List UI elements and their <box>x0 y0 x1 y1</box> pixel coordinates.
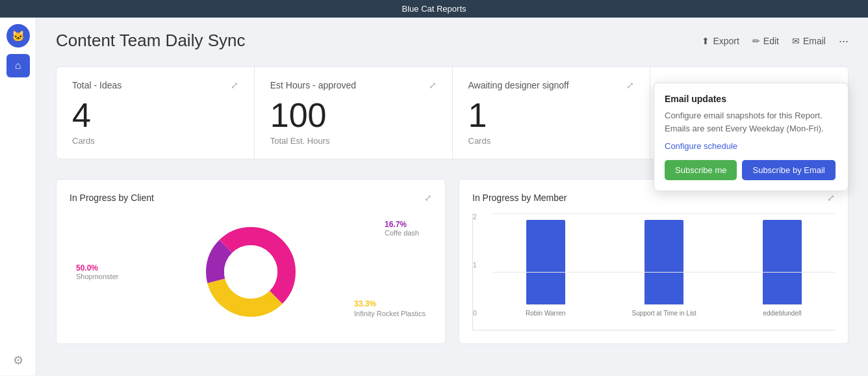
bar-support-rect <box>645 220 683 304</box>
expand-icon-2[interactable]: ⤢ <box>626 80 634 90</box>
bar-chart: 2 1 0 Robin Warren Support at Time in <box>472 213 835 330</box>
email-label: Email <box>803 36 826 46</box>
edit-label: Edit <box>763 36 779 46</box>
bar-support: Support at Time in List <box>632 220 696 317</box>
pct-infinity: 33.3% <box>354 299 426 308</box>
svg-point-3 <box>224 245 277 299</box>
edit-button[interactable]: ✏ Edit <box>752 36 779 46</box>
export-label: Export <box>713 36 739 46</box>
stat-sub-0: Cards <box>72 136 238 146</box>
settings-button[interactable]: ⚙ <box>13 353 23 368</box>
bar-label-robin: Robin Warren <box>526 310 565 317</box>
grid-line-1 <box>492 272 835 273</box>
report-header: Content Team Daily Sync ⬆ Export ✏ Edit … <box>56 31 849 51</box>
subscribe-me-button[interactable]: Subscribe me <box>665 160 737 180</box>
report-actions: ⬆ Export ✏ Edit ✉ Email ··· <box>702 35 849 47</box>
name-shopmonster: Shopmonster <box>76 273 118 280</box>
y-label-0: 0 <box>473 310 477 317</box>
name-coffedash: Coffe dash <box>385 229 419 237</box>
more-button[interactable]: ··· <box>839 35 849 47</box>
email-icon: ✉ <box>792 36 800 46</box>
chart-title-client: In Progress by Client <box>70 193 154 203</box>
bar-robin: Robin Warren <box>526 220 565 317</box>
pct-shopmonster: 50.0% <box>76 263 118 273</box>
bar-robin-rect <box>526 220 565 304</box>
expand-icon-chart-0[interactable]: ⤢ <box>424 193 432 203</box>
popup-description: Configure email snapshots for this Repor… <box>665 109 837 135</box>
stat-sub-1: Total Est. Hours <box>270 136 437 146</box>
popup-title: Email updates <box>665 94 837 104</box>
donut-label-shopmonster: 50.0% Shopmonster <box>76 263 118 280</box>
main-content: Content Team Daily Sync ⬆ Export ✏ Edit … <box>36 18 868 375</box>
expand-icon-1[interactable]: ⤢ <box>429 80 437 90</box>
stat-sub-2: Cards <box>468 136 635 146</box>
donut-svg <box>199 220 303 324</box>
sidebar: 🐱 ⌂ ⚙ <box>0 18 36 375</box>
report-title: Content Team Daily Sync <box>56 31 245 51</box>
chart-card-member: In Progress by Member ⤢ 2 1 0 <box>459 179 849 344</box>
donut-label-coffedash: 16.7% Coffe dash <box>385 220 419 237</box>
expand-icon-0[interactable]: ⤢ <box>231 80 238 90</box>
top-bar: Blue Cat Reports <box>0 0 868 18</box>
y-axis: 2 1 0 <box>473 213 477 317</box>
stat-card-total-ideas: Total - Ideas ⤢ 4 Cards <box>57 67 255 159</box>
avatar-icon: 🐱 <box>12 30 25 42</box>
donut-right-labels: 16.7% Coffe dash <box>385 220 419 237</box>
bar-label-eddie: eddieblundell <box>763 310 801 317</box>
chart-title-member: In Progress by Member <box>472 193 567 203</box>
avatar[interactable]: 🐱 <box>6 24 30 47</box>
gear-icon: ⚙ <box>13 354 23 367</box>
export-button[interactable]: ⬆ Export <box>702 36 739 46</box>
name-infinity: Infinity Rocket Plastics <box>354 310 426 317</box>
pct-coffedash: 16.7% <box>385 220 419 229</box>
popup-buttons: Subscribe me Subscribe by Email <box>665 160 837 180</box>
sidebar-home-button[interactable]: ⌂ <box>6 54 30 77</box>
stat-value-0: 4 <box>72 98 238 132</box>
stat-value-1: 100 <box>270 98 437 132</box>
chart-card-client: In Progress by Client ⤢ 50.0% Shopmonste… <box>56 179 446 344</box>
more-icon: ··· <box>839 34 849 47</box>
expand-icon-chart-1[interactable]: ⤢ <box>827 193 835 203</box>
stat-label-1: Est Hours - approved <box>270 80 356 90</box>
stat-value-2: 1 <box>468 98 635 132</box>
y-label-1: 1 <box>473 262 477 269</box>
y-label-2: 2 <box>473 213 477 221</box>
grid-line-2 <box>492 213 835 214</box>
edit-icon: ✏ <box>752 36 760 46</box>
app-title: Blue Cat Reports <box>402 4 466 14</box>
subscribe-by-email-button[interactable]: Subscribe by Email <box>742 160 835 180</box>
stat-card-awaiting: Awaiting designer signoff ⤢ 1 Cards <box>453 67 651 159</box>
email-button[interactable]: ✉ Email <box>792 36 826 46</box>
bar-eddie-rect <box>763 220 802 304</box>
donut-bottom-label: 33.3% Infinity Rocket Plastics <box>354 299 426 317</box>
donut-labels: 50.0% Shopmonster <box>76 263 118 280</box>
bar-label-support: Support at Time in List <box>632 310 696 317</box>
home-icon: ⌂ <box>15 60 21 72</box>
export-icon: ⬆ <box>702 36 709 46</box>
stat-card-est-hours: Est Hours - approved ⤢ 100 Total Est. Ho… <box>255 67 453 159</box>
email-popup: Email updates Configure email snapshots … <box>654 83 849 191</box>
stat-label-0: Total - Ideas <box>72 80 121 90</box>
donut-chart: 50.0% Shopmonster <box>70 213 432 330</box>
bar-eddie: eddieblundell <box>763 220 802 317</box>
charts-row: In Progress by Client ⤢ 50.0% Shopmonste… <box>56 179 849 344</box>
configure-schedule-link[interactable]: Configure schedule <box>665 141 837 151</box>
stat-label-2: Awaiting designer signoff <box>468 80 569 90</box>
